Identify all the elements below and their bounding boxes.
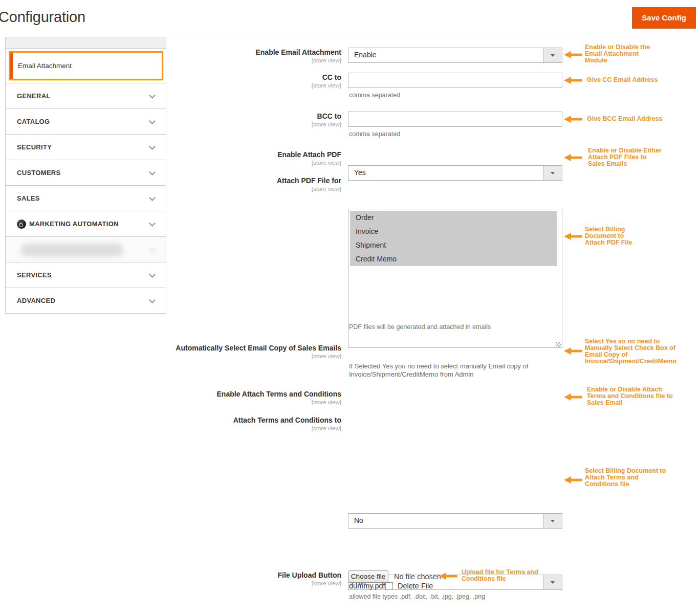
annotation-enable-module: Enable or Disable the Email Attachment M… xyxy=(585,44,650,64)
annotation-arrow-icon xyxy=(564,347,582,355)
cc-to-label: CC to [store view] xyxy=(152,73,341,89)
bcc-to-note: comma separated xyxy=(349,130,400,138)
allowed-file-types-note: allowed file types .pdf, .doc, .txt, .jp… xyxy=(349,593,485,601)
annotation-arrow-icon xyxy=(564,116,582,123)
chevron-down-icon xyxy=(149,220,156,227)
field-label-text: Enable Attach Terms and Conditions xyxy=(217,390,341,398)
enable-email-attachment-label: Enable Email Attachment [store view] xyxy=(152,48,341,63)
sidebar-item-label: CUSTOMERS xyxy=(17,169,61,177)
caret-down-icon xyxy=(551,54,555,57)
annotation-select-billing-terms: Select Billing Document to Attach Terms … xyxy=(585,468,666,488)
sidebar-item-marketing-automation[interactable]: MARKETING AUTOMATION xyxy=(6,211,166,237)
select-dropdown-button[interactable] xyxy=(543,575,562,589)
attach-pdf-note: PDF files will be generated and attached… xyxy=(349,323,491,331)
sidebar-item-advanced[interactable]: ADVANCED xyxy=(6,288,166,314)
annotation-select-billing-pdf: Select Billing Document to Attach PDF Fi… xyxy=(585,226,632,246)
sidebar-item-catalog[interactable]: CATALOG xyxy=(6,109,166,135)
select-dropdown-button[interactable] xyxy=(543,48,562,62)
annotation-enable-attach-pdf: Enable or Disable Either Attach PDF File… xyxy=(588,147,662,167)
marketing-automation-icon xyxy=(17,220,26,229)
enable-email-attachment-select[interactable]: Enable xyxy=(348,48,562,63)
cc-to-input[interactable] xyxy=(348,73,562,88)
delete-file-checkbox[interactable] xyxy=(385,582,393,590)
selected-options-block: Order Invoice Shipment Credit Memo xyxy=(350,211,557,266)
caret-down-icon xyxy=(551,172,555,174)
sidebar-item-general[interactable]: GENERAL xyxy=(6,83,166,109)
sidebar-item-label: GENERAL xyxy=(17,92,51,100)
option-order[interactable]: Order xyxy=(350,211,557,225)
select-dropdown-button[interactable] xyxy=(543,166,562,180)
sidebar-item-blurred[interactable] xyxy=(6,237,166,262)
sidebar-item-label: CATALOG xyxy=(17,118,50,125)
annotation-bcc: Give BCC Email Address xyxy=(587,116,663,122)
file-upload-label: File Upload Button [store view] xyxy=(152,571,341,586)
caret-down-icon xyxy=(551,520,555,522)
annotation-upload-file: Upload file for Terms and Conditions fil… xyxy=(462,569,538,582)
scope-label: [store view] xyxy=(152,57,341,63)
annotation-enable-terms: Enable or Disable Attach Terms and Condi… xyxy=(587,386,673,406)
enable-attach-pdf-label: Enable Attach PDF [store view] xyxy=(152,150,341,166)
annotation-cc: Give CC Email Address xyxy=(587,77,658,83)
sidebar-item-label: SECURITY xyxy=(17,143,52,151)
scope-label: [store view] xyxy=(152,186,341,192)
chevron-down-icon xyxy=(149,246,156,252)
sidebar-item-security[interactable]: SECURITY xyxy=(6,135,166,160)
page-header: Configuration Save Config xyxy=(0,0,700,35)
scope-label: [store view] xyxy=(152,121,341,127)
scope-label: [store view] xyxy=(152,580,341,586)
chevron-down-icon xyxy=(149,92,156,99)
annotation-arrow-icon xyxy=(564,77,582,84)
uploaded-file-name: dummy.pdf xyxy=(349,582,385,590)
sidebar-top-strip xyxy=(6,37,166,49)
annotation-auto-select: Select Yes so no need to Manually Select… xyxy=(585,338,676,365)
auto-select-email-copy-select[interactable]: No xyxy=(348,513,562,529)
auto-select-email-copy-label: Automatically Select Email Copy of Sales… xyxy=(152,343,341,359)
configuration-page: Configuration Save Config Email Attachme… xyxy=(0,0,700,614)
field-label-text: CC to xyxy=(322,73,341,81)
field-label-text: Attach Terms and Conditions to xyxy=(233,416,341,424)
sidebar-item-label: Email Attachment xyxy=(18,62,72,70)
resize-handle[interactable] xyxy=(556,342,561,347)
save-config-button[interactable]: Save Config xyxy=(632,7,696,29)
select-value: Enable xyxy=(354,51,377,59)
select-value: Yes xyxy=(354,168,366,177)
annotation-arrow-icon xyxy=(439,573,457,580)
chevron-down-icon xyxy=(149,169,156,176)
option-shipment[interactable]: Shipment xyxy=(350,238,557,252)
option-invoice[interactable]: Invoice xyxy=(350,225,557,238)
chevron-down-icon xyxy=(149,297,156,303)
sidebar-item-sales[interactable]: SALES xyxy=(6,186,166,211)
field-label-text: Attach PDF File for xyxy=(277,177,341,185)
enable-attach-terms-label: Enable Attach Terms and Conditions [stor… xyxy=(152,389,341,405)
bcc-to-label: BCC to [store view] xyxy=(152,112,341,127)
chevron-down-icon xyxy=(149,194,156,201)
sidebar-item-services[interactable]: SERVICES xyxy=(6,262,166,288)
annotation-arrow-icon xyxy=(564,51,582,58)
blurred-label xyxy=(21,244,123,256)
annotation-arrow-icon xyxy=(564,233,582,240)
sidebar-item-label: ADVANCED xyxy=(17,297,55,304)
scope-label: [store view] xyxy=(152,399,341,405)
attach-terms-to-label: Attach Terms and Conditions to [store vi… xyxy=(152,415,341,431)
caret-down-icon xyxy=(551,581,555,584)
sidebar-item-label: MARKETING AUTOMATION xyxy=(29,220,119,228)
sidebar-item-email-attachment[interactable]: Email Attachment xyxy=(6,49,166,83)
option-credit-memo[interactable]: Credit Memo xyxy=(350,252,557,266)
delete-file-label: Delete File xyxy=(398,582,433,590)
chevron-down-icon xyxy=(149,143,156,150)
choose-file-button[interactable]: Choose file xyxy=(348,571,388,583)
no-file-chosen-text: No file chosen xyxy=(394,573,441,581)
annotation-arrow-icon xyxy=(564,476,582,484)
scope-label: [store view] xyxy=(152,425,341,431)
annotation-arrow-icon xyxy=(564,154,582,161)
scope-label: [store view] xyxy=(152,160,341,166)
select-dropdown-button[interactable] xyxy=(543,514,562,528)
scope-label: [store view] xyxy=(152,82,341,89)
field-label-text: Automatically Select Email Copy of Sales… xyxy=(176,344,341,352)
sidebar-item-label: SALES xyxy=(17,194,40,202)
bcc-to-input[interactable] xyxy=(348,112,562,127)
chevron-down-icon xyxy=(149,271,156,278)
sidebar-item-customers[interactable]: CUSTOMERS xyxy=(6,160,166,186)
enable-attach-pdf-select[interactable]: Yes xyxy=(348,165,562,181)
config-sidebar: Email Attachment GENERAL CATALOG SECURIT… xyxy=(5,37,166,314)
